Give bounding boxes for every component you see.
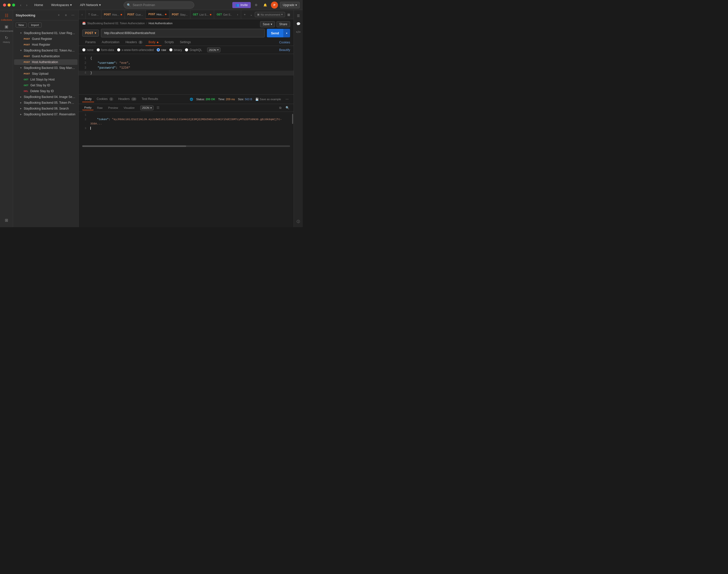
- body-option-formdata[interactable]: form-data: [97, 48, 114, 52]
- list-item[interactable]: GET Get Stay by ID: [14, 83, 78, 88]
- global-search[interactable]: 🔍 Search Postman: [124, 2, 194, 9]
- collection-2-header[interactable]: ▼ StayBooking Backend 02. Token Auth...: [14, 48, 78, 53]
- tab-item-active[interactable]: POST Hos...: [146, 10, 169, 19]
- body-option-graphql[interactable]: GraphQL: [185, 48, 202, 52]
- tab-options-button[interactable]: ⌄: [248, 12, 254, 18]
- sidebar-item-environments[interactable]: ▣ Environments: [2, 23, 12, 33]
- copy-icon[interactable]: ⧉: [277, 105, 283, 111]
- toggle-panel-button[interactable]: ▦: [285, 12, 291, 18]
- share-button[interactable]: Share: [276, 21, 290, 27]
- docs-button[interactable]: ☰: [295, 12, 302, 19]
- tab-item[interactable]: POST Hos...: [101, 10, 125, 19]
- code-editor[interactable]: 1 { 2 "username": "eve", 3 "password": "…: [79, 54, 293, 94]
- tab-item[interactable]: POST Gue...: [125, 10, 146, 19]
- method-selector[interactable]: POST ▾: [82, 30, 99, 37]
- format-visualize[interactable]: Visualize: [122, 106, 137, 110]
- sidebar-item-other[interactable]: ⊞: [2, 215, 12, 225]
- fullscreen-button[interactable]: [12, 4, 15, 7]
- import-button[interactable]: Import: [28, 23, 42, 28]
- list-item[interactable]: POST Stay Upload: [14, 71, 78, 77]
- avatar[interactable]: P: [271, 2, 278, 9]
- collection-3-header[interactable]: ▼ StayBooking Backend 03. Stay Manag...: [14, 65, 78, 71]
- list-item[interactable]: POST Guest Register: [14, 36, 78, 42]
- response-lang-selector[interactable]: JSON ▾: [140, 106, 153, 110]
- format-pretty[interactable]: Pretty: [82, 105, 94, 110]
- save-button[interactable]: Save ▾: [260, 21, 275, 27]
- tab-response-body[interactable]: Body: [82, 96, 94, 102]
- body-format-selector[interactable]: JSON ▾: [207, 47, 221, 52]
- list-item-active[interactable]: POST Host Authentication: [14, 59, 78, 65]
- request-label: Guest Register: [32, 37, 76, 41]
- tab-item[interactable]: GET Get S...: [214, 10, 232, 19]
- url-input[interactable]: [101, 29, 265, 37]
- send-dropdown-button[interactable]: ▾: [283, 29, 290, 37]
- send-button[interactable]: Send: [267, 29, 283, 37]
- env-selector[interactable]: ▣ No environment ▾: [255, 12, 285, 17]
- new-tab-button[interactable]: +: [242, 12, 248, 18]
- tab-item[interactable]: T Gue...: [86, 10, 101, 19]
- tab-settings[interactable]: Settings: [177, 39, 194, 46]
- vertical-scrollbar[interactable]: [292, 112, 293, 145]
- code-button[interactable]: </>: [295, 28, 302, 35]
- collection-5-header[interactable]: ► StayBooking Backend 05. Token Prote...: [14, 100, 78, 106]
- tab-authorization[interactable]: Authorization: [99, 39, 122, 46]
- code-content: }: [90, 71, 290, 76]
- api-network-nav[interactable]: API Network ▾: [78, 2, 103, 8]
- body-option-binary[interactable]: binary: [169, 48, 182, 52]
- tab-headers[interactable]: Headers 9: [122, 39, 145, 46]
- body-option-raw[interactable]: raw: [157, 48, 166, 52]
- list-item[interactable]: GET List Stays by Host: [14, 77, 78, 82]
- tab-next-button[interactable]: ›: [234, 10, 241, 19]
- sidebar-item-history[interactable]: ↻ History: [2, 34, 12, 44]
- tab-response-headers[interactable]: Headers 14: [116, 96, 139, 102]
- tab-prev-button[interactable]: ‹: [79, 10, 86, 19]
- horizontal-scrollbar-track[interactable]: [82, 146, 290, 147]
- minimize-button[interactable]: [8, 4, 11, 7]
- forward-button[interactable]: ›: [24, 3, 29, 8]
- collection-4-header[interactable]: ► StayBooking Backend 04. Image Servi...: [14, 94, 78, 100]
- tab-test-results[interactable]: Test Results: [139, 96, 161, 102]
- tab-item[interactable]: POST Stay...: [169, 10, 190, 19]
- tab-scripts[interactable]: Scripts: [162, 39, 177, 46]
- panel-header: Staybooking + ≡ ⋯: [13, 10, 79, 20]
- info-button[interactable]: ⓘ: [295, 218, 302, 225]
- back-button[interactable]: ‹: [18, 3, 23, 8]
- cookies-link[interactable]: Cookies: [279, 41, 290, 44]
- close-button[interactable]: [3, 4, 6, 7]
- more-options-response[interactable]: ⋯: [284, 96, 290, 102]
- beautify-button[interactable]: Beautify: [279, 48, 290, 52]
- format-preview[interactable]: Preview: [106, 106, 120, 110]
- tab-response-cookies[interactable]: Cookies 1: [94, 96, 116, 102]
- format-raw[interactable]: Raw: [95, 106, 105, 110]
- collection-1-header[interactable]: ▼ StayBooking Backend 01. User Regist...: [14, 30, 78, 36]
- size-label: Size: 563 B: [238, 98, 252, 101]
- body-option-urlencoded[interactable]: x-www-form-urlencoded: [117, 48, 153, 52]
- tab-body[interactable]: Body: [145, 39, 162, 46]
- tab-item[interactable]: GET List S...: [190, 10, 214, 19]
- list-item[interactable]: DEL Delete Stay by ID: [14, 88, 78, 94]
- collection-6-header[interactable]: ► StayBooking Backend 06. Search: [14, 106, 78, 111]
- comments-button[interactable]: 💬: [295, 20, 302, 27]
- body-option-none[interactable]: none: [82, 48, 94, 52]
- collection-7-header[interactable]: ► StayBooking Backend 07. Reservation: [14, 112, 78, 117]
- list-item[interactable]: POST Guest Authentication: [14, 53, 78, 59]
- response-code[interactable]: 1 2 "token": "eyJhbGci0iJIUzI1NiJ9.eyJzd…: [79, 112, 293, 145]
- filter-icon[interactable]: ☷: [155, 105, 161, 111]
- new-button[interactable]: New: [16, 23, 27, 28]
- import-button-small[interactable]: ≡: [63, 12, 69, 18]
- upgrade-button[interactable]: Upgrade ▾: [280, 2, 300, 8]
- workspaces-nav[interactable]: Workspaces ▾: [49, 2, 74, 8]
- new-collection-button[interactable]: +: [56, 12, 62, 18]
- search-response-icon[interactable]: 🔍: [284, 105, 290, 111]
- home-nav[interactable]: Home: [32, 2, 45, 8]
- settings-icon[interactable]: ⚙: [253, 2, 260, 9]
- tab-label: Gue...: [91, 13, 99, 16]
- more-options-button[interactable]: ⋯: [70, 12, 76, 18]
- line-number: 3: [82, 126, 86, 131]
- notifications-icon[interactable]: 🔔: [262, 2, 269, 9]
- list-item[interactable]: POST Host Register: [14, 42, 78, 47]
- tab-params[interactable]: Params: [82, 39, 99, 46]
- sidebar-item-collections[interactable]: ☷ Collections: [2, 12, 12, 22]
- save-example-button[interactable]: 💾 Save as example: [255, 98, 281, 101]
- invite-button[interactable]: 👥 Invite: [232, 2, 251, 8]
